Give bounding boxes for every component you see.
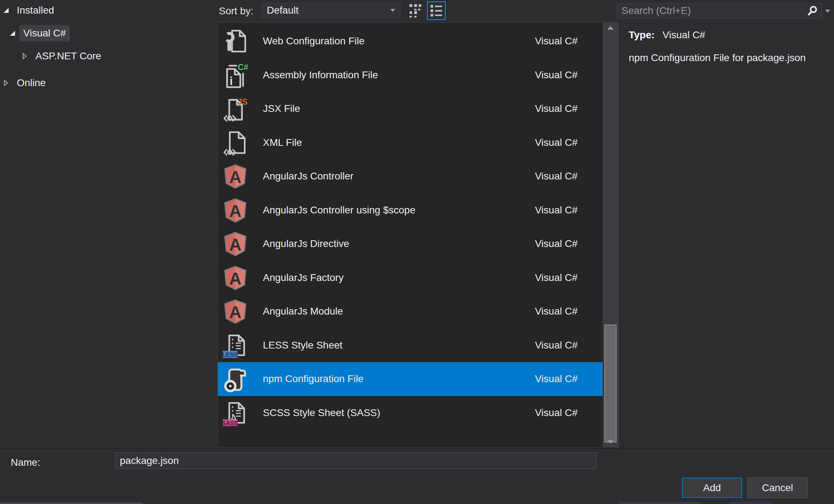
angular-letter: A [229, 168, 242, 187]
npm-configuration-file-icon [222, 366, 249, 392]
template-list: Web Configuration File Visual C# C# i As… [217, 22, 619, 448]
template-list-item[interactable]: A AngularJs Controller using $scope Visu… [218, 193, 603, 227]
template-name: XML File [263, 137, 302, 148]
list-scrollbar[interactable] [603, 23, 618, 447]
tree-item-aspnet-core[interactable]: ASP.NET Core [21, 48, 105, 64]
template-list-item[interactable]: XML File Visual C# [218, 126, 603, 160]
bottom-separator [0, 448, 834, 449]
type-value: Visual C# [663, 29, 705, 40]
angular-letter: A [229, 202, 242, 221]
info-glyph: i [230, 74, 233, 88]
angular-letter: A [229, 303, 242, 322]
search-box[interactable] [617, 3, 823, 19]
tree-item-visual-csharp[interactable]: Visual C# [9, 25, 70, 41]
collapsed-triangle-icon[interactable] [21, 52, 29, 60]
screen-edge-artifact [0, 503, 143, 504]
angularjs-shield-icon: A [222, 197, 249, 223]
template-list-item[interactable]: SASS SCSS Style Sheet (SASS) Visual C# [218, 396, 603, 430]
screen-edge-artifact [730, 502, 772, 504]
template-language: Visual C# [535, 103, 578, 114]
template-list-item[interactable]: C# i Assembly Information File Visual C# [218, 58, 603, 92]
search-input[interactable] [617, 5, 806, 16]
tree-item-label: Visual C# [19, 25, 70, 41]
template-name: npm Configuration File [263, 373, 364, 385]
tree-item-installed[interactable]: Installed [2, 2, 58, 19]
template-language: Visual C# [535, 373, 578, 385]
template-name: SCSS Style Sheet (SASS) [263, 407, 380, 419]
template-name: AngularJs Factory [263, 272, 344, 283]
template-language: Visual C# [535, 69, 578, 81]
scrollbar-thumb[interactable] [604, 325, 617, 443]
js-badge: JS [237, 97, 247, 107]
scroll-down-arrow-icon [607, 440, 614, 444]
collapsed-triangle-icon[interactable] [2, 79, 10, 87]
template-list-item[interactable]: A AngularJs Directive Visual C# [218, 227, 603, 261]
chevron-down-icon [390, 9, 396, 12]
template-type-row: Type:Visual C# [629, 29, 705, 41]
medium-icons-view-icon [408, 3, 423, 18]
template-list-item[interactable]: npm Configuration File Visual C# [218, 362, 603, 396]
category-tree-pane: Installed Visual C# ASP.NET Core Online [0, 0, 217, 448]
list-view-icon [429, 4, 443, 18]
template-name: LESS Style Sheet [263, 340, 343, 351]
template-language: Visual C# [535, 340, 578, 351]
angularjs-shield-icon: A [222, 231, 249, 257]
search-icon[interactable] [806, 5, 819, 17]
template-list-item[interactable]: A AngularJs Controller Visual C# [218, 159, 603, 193]
template-name: AngularJs Module [263, 306, 343, 317]
file-name-input[interactable] [115, 453, 597, 469]
template-name: Assembly Information File [263, 69, 378, 81]
template-language: Visual C# [535, 238, 578, 249]
xml-file-icon [222, 129, 249, 156]
template-name: AngularJs Directive [263, 238, 349, 249]
sort-by-value: Default [262, 5, 299, 16]
web-configuration-file-icon [222, 28, 249, 54]
less-badge: LESS [222, 351, 238, 358]
medium-icons-view-button[interactable] [407, 3, 424, 19]
add-new-item-dialog: { "accent_color": "#007acc", "tree": { "… [0, 0, 834, 504]
scroll-up-arrow-icon [607, 26, 614, 30]
scss-stylesheet-icon: SASS [222, 400, 249, 426]
template-language: Visual C# [535, 137, 578, 148]
expanded-triangle-icon[interactable] [9, 29, 16, 37]
scroll-down-button[interactable] [603, 436, 618, 447]
template-language: Visual C# [535, 35, 578, 47]
csharp-badge: C# [238, 63, 249, 72]
name-label: Name: [11, 457, 40, 468]
template-name: JSX File [263, 103, 300, 114]
jsx-file-icon: JS [222, 95, 249, 122]
search-options-chevron-icon[interactable] [825, 9, 830, 13]
add-button[interactable]: Add [682, 478, 742, 498]
template-list-item[interactable]: LESS LESS Style Sheet Visual C# [218, 328, 603, 362]
template-language: Visual C# [535, 407, 578, 419]
angularjs-shield-icon: A [222, 298, 249, 325]
angular-letter: A [229, 236, 242, 255]
screen-edge-artifact [619, 502, 701, 504]
template-name: Web Configuration File [263, 35, 364, 47]
template-list-item[interactable]: A AngularJs Factory Visual C# [218, 261, 603, 295]
tree-item-label: Online [13, 75, 50, 91]
sass-badge: SASS [222, 420, 238, 426]
less-stylesheet-icon: LESS [222, 332, 249, 359]
template-name: AngularJs Controller using $scope [263, 204, 415, 216]
expanded-triangle-icon[interactable] [2, 6, 10, 14]
template-list-item[interactable]: JS JSX File Visual C# [218, 92, 603, 126]
angularjs-shield-icon: A [222, 163, 249, 189]
template-name: AngularJs Controller [263, 171, 354, 182]
tree-item-online[interactable]: Online [2, 75, 50, 91]
list-view-button[interactable] [427, 1, 446, 20]
template-language: Visual C# [535, 306, 578, 317]
template-language: Visual C# [535, 272, 578, 283]
type-label: Type: [629, 29, 655, 40]
cancel-button[interactable]: Cancel [747, 478, 808, 498]
template-list-item[interactable]: Web Configuration File Visual C# [218, 24, 603, 58]
sort-by-dropdown[interactable]: Default [261, 3, 401, 18]
angular-letter: A [229, 269, 242, 288]
tree-item-label: ASP.NET Core [31, 48, 105, 64]
template-rows: Web Configuration File Visual C# C# i As… [218, 23, 603, 447]
template-list-item[interactable]: A AngularJs Module Visual C# [218, 295, 603, 328]
template-description: npm Configuration File for package.json [629, 52, 806, 64]
assembly-information-file-icon: C# i [222, 62, 249, 88]
scroll-up-button[interactable] [603, 23, 618, 33]
angularjs-shield-icon: A [222, 265, 249, 291]
